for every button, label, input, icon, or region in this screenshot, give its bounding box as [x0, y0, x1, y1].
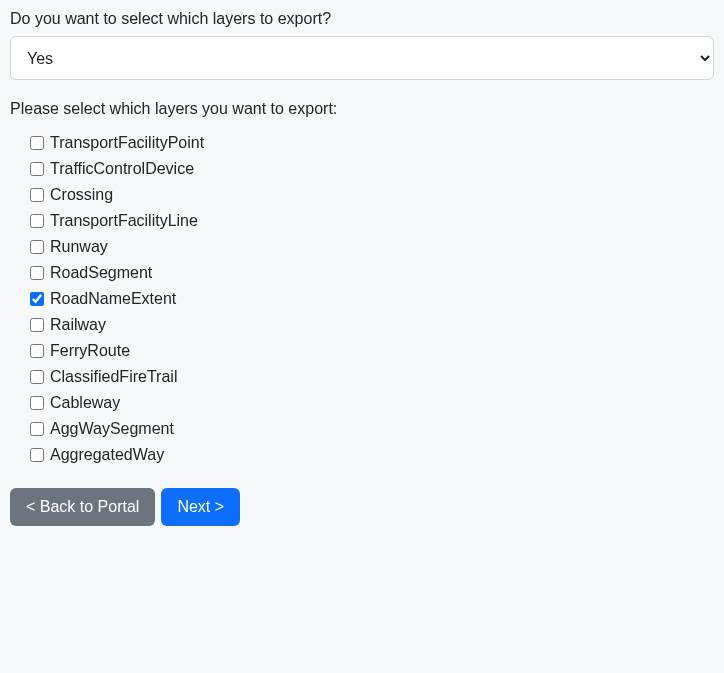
layer-label: AggWaySegment — [50, 420, 174, 438]
layer-item: Cableway — [26, 390, 714, 416]
layer-item: RoadSegment — [26, 260, 714, 286]
layer-item: TrafficControlDevice — [26, 156, 714, 182]
layer-label: TrafficControlDevice — [50, 160, 194, 178]
layer-label: Runway — [50, 238, 108, 256]
layer-item: TransportFacilityLine — [26, 208, 714, 234]
layer-checkbox[interactable] — [30, 448, 44, 462]
layer-checkbox[interactable] — [30, 266, 44, 280]
layer-item: AggregatedWay — [26, 442, 714, 468]
layer-item: ClassifiedFireTrail — [26, 364, 714, 390]
back-to-portal-button[interactable]: < Back to Portal — [10, 488, 155, 526]
layer-label: FerryRoute — [50, 342, 130, 360]
layer-checkbox[interactable] — [30, 396, 44, 410]
layer-checkbox[interactable] — [30, 344, 44, 358]
layer-checkbox[interactable] — [30, 422, 44, 436]
layer-item: Runway — [26, 234, 714, 260]
layer-label: RoadNameExtent — [50, 290, 176, 308]
layer-checkbox[interactable] — [30, 370, 44, 384]
layer-item: Crossing — [26, 182, 714, 208]
question-which-layers: Please select which layers you want to e… — [10, 100, 714, 118]
layers-list: TransportFacilityPointTrafficControlDevi… — [26, 130, 714, 468]
layer-label: ClassifiedFireTrail — [50, 368, 177, 386]
layer-checkbox[interactable] — [30, 292, 44, 306]
layer-item: RoadNameExtent — [26, 286, 714, 312]
question-select-layers: Do you want to select which layers to ex… — [10, 10, 714, 28]
layer-item: FerryRoute — [26, 338, 714, 364]
layer-label: Railway — [50, 316, 106, 334]
next-button[interactable]: Next > — [161, 488, 240, 526]
layer-checkbox[interactable] — [30, 240, 44, 254]
layer-item: AggWaySegment — [26, 416, 714, 442]
layer-checkbox[interactable] — [30, 318, 44, 332]
layer-item: Railway — [26, 312, 714, 338]
layer-label: TransportFacilityPoint — [50, 134, 204, 152]
layer-checkbox[interactable] — [30, 162, 44, 176]
layer-checkbox[interactable] — [30, 188, 44, 202]
layer-label: RoadSegment — [50, 264, 152, 282]
layer-checkbox[interactable] — [30, 136, 44, 150]
layer-checkbox[interactable] — [30, 214, 44, 228]
layers-export-select[interactable]: Yes — [10, 36, 714, 80]
layer-label: Cableway — [50, 394, 120, 412]
layer-label: TransportFacilityLine — [50, 212, 198, 230]
layer-item: TransportFacilityPoint — [26, 130, 714, 156]
layer-label: AggregatedWay — [50, 446, 164, 464]
layer-label: Crossing — [50, 186, 113, 204]
